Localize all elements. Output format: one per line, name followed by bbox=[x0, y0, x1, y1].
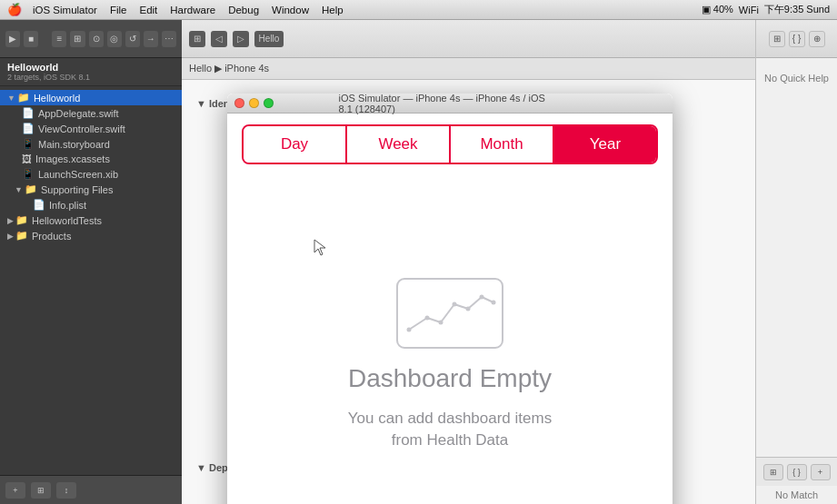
editor-toolbar-btn-2[interactable]: ◁ bbox=[211, 31, 227, 47]
menu-file[interactable]: File bbox=[110, 5, 127, 15]
maximize-button[interactable] bbox=[264, 98, 274, 108]
tree-item-main-storyboard[interactable]: 📱 Main.storyboard bbox=[0, 136, 182, 152]
tree-item-label: Helloworld bbox=[34, 93, 80, 104]
xib-icon: 📱 bbox=[22, 168, 35, 180]
seg-btn-month[interactable]: Month bbox=[449, 126, 553, 163]
folder-icon: 📁 bbox=[15, 214, 28, 226]
jump-bar[interactable]: Hello bbox=[254, 31, 284, 47]
svg-point-1 bbox=[407, 328, 412, 332]
inspector-btn-3[interactable]: ⊕ bbox=[809, 31, 825, 47]
file-icon: 📄 bbox=[22, 107, 35, 119]
segmented-control: Day Week Month Year bbox=[242, 124, 658, 164]
right-panel-toolbar: ⊞ { } ⊕ bbox=[756, 20, 837, 58]
tree-item-label: Info.plist bbox=[49, 200, 86, 211]
toolbar-btn-4[interactable]: ◎ bbox=[107, 31, 122, 47]
center-area: ⊞ ◁ ▷ Hello Hello ▶ iPhone 4s ▼ Identity bbox=[182, 20, 755, 504]
add-file-button[interactable]: + bbox=[5, 482, 25, 499]
time-display: 下午9:35 Sund bbox=[764, 3, 830, 16]
toolbar-btn-3[interactable]: ⊙ bbox=[89, 31, 104, 47]
editor-toolbar-btn-3[interactable]: ▷ bbox=[233, 31, 249, 47]
svg-point-4 bbox=[453, 302, 457, 307]
menu-edit[interactable]: Edit bbox=[139, 5, 157, 15]
left-sidebar: ▶ ■ ≡ ⊞ ⊙ ◎ ↺ → ⋯ Helloworld 2 targets, … bbox=[0, 20, 182, 504]
tree-item-label: HelloworldTests bbox=[32, 215, 102, 226]
center-content: ▼ Identity iOS Simulator — iPhone 4s — i… bbox=[182, 80, 755, 504]
dashboard-empty-subtitle: You can add dashboard itemsfrom Health D… bbox=[348, 408, 552, 451]
seg-btn-day[interactable]: Day bbox=[244, 126, 345, 163]
minimize-button[interactable] bbox=[249, 98, 259, 108]
tree-item-label: Supporting Files bbox=[41, 184, 114, 195]
sidebar-bottom-toolbar: + ⊞ ↕ bbox=[0, 475, 182, 504]
run-button[interactable]: ▶ bbox=[5, 31, 20, 47]
tree-item-helloworldtests[interactable]: ▶ 📁 HelloworldTests bbox=[0, 212, 182, 228]
right-bottom-btn-2[interactable]: { } bbox=[787, 464, 807, 480]
inspector-btn-1[interactable]: ⊞ bbox=[769, 31, 785, 47]
svg-point-6 bbox=[480, 295, 484, 300]
menu-ios-simulator[interactable]: iOS Simulator bbox=[33, 5, 97, 15]
inspector-btn-2[interactable]: { } bbox=[789, 31, 805, 47]
folder-icon: 📁 bbox=[17, 92, 30, 104]
arrow-icon: ▼ bbox=[15, 185, 23, 194]
arrow-icon: ▼ bbox=[7, 94, 15, 103]
stop-button[interactable]: ■ bbox=[24, 31, 38, 47]
right-panel-content: No Quick Help bbox=[756, 58, 837, 457]
simulator-window: iOS Simulator — iPhone 4s — iPhone 4s / … bbox=[227, 94, 673, 504]
project-targets: 2 targets, iOS SDK 8.1 bbox=[7, 73, 174, 82]
sort-button[interactable]: ↕ bbox=[56, 482, 76, 499]
toolbar-btn-2[interactable]: ⊞ bbox=[70, 31, 85, 47]
svg-point-7 bbox=[492, 301, 496, 305]
center-toolbar: ⊞ ◁ ▷ Hello bbox=[182, 20, 755, 58]
assets-icon: 🖼 bbox=[22, 153, 32, 164]
dashboard-empty: Dashboard Empty You can add dashboard it… bbox=[227, 172, 673, 504]
tree-item-products[interactable]: ▶ 📁 Products bbox=[0, 228, 182, 243]
svg-point-5 bbox=[466, 307, 471, 311]
window-controls bbox=[234, 98, 274, 108]
tree-item-supporting[interactable]: ▼ 📁 Supporting Files bbox=[0, 182, 182, 197]
close-button[interactable] bbox=[234, 98, 244, 108]
toolbar-btn-7[interactable]: ⋯ bbox=[162, 31, 176, 47]
tree-item-viewcontroller[interactable]: 📄 ViewController.swift bbox=[0, 121, 182, 136]
dashboard-empty-title: Dashboard Empty bbox=[348, 364, 552, 393]
right-panel: ⊞ { } ⊕ No Quick Help ⊞ { } + No Match bbox=[755, 20, 837, 504]
seg-btn-week[interactable]: Week bbox=[345, 126, 449, 163]
apple-menu[interactable]: 🍎 bbox=[7, 3, 22, 16]
menu-window[interactable]: Window bbox=[272, 5, 309, 15]
arrow-icon: ▶ bbox=[7, 232, 14, 241]
right-bottom-btn-3[interactable]: + bbox=[811, 464, 831, 480]
folder-icon: 📁 bbox=[25, 183, 37, 195]
tree-item-helloworld[interactable]: ▼ 📁 Helloworld bbox=[0, 90, 182, 105]
simulator-titlebar: iOS Simulator — iPhone 4s — iPhone 4s / … bbox=[227, 94, 673, 114]
tree-item-label: Images.xcassets bbox=[35, 153, 110, 164]
seg-btn-year[interactable]: Year bbox=[553, 126, 656, 163]
tree-item-images[interactable]: 🖼 Images.xcassets bbox=[0, 152, 182, 166]
sidebar-tree: ▼ 📁 Helloworld 📄 AppDelegate.swift 📄 Vie… bbox=[0, 86, 182, 475]
no-quick-help-label: No Quick Help bbox=[763, 73, 830, 84]
file-icon: 📄 bbox=[22, 123, 35, 134]
toolbar-btn-5[interactable]: ↺ bbox=[125, 31, 140, 47]
menu-hardware[interactable]: Hardware bbox=[170, 5, 215, 15]
breadcrumb: Hello ▶ iPhone 4s bbox=[182, 58, 755, 80]
tree-item-label: ViewController.swift bbox=[38, 124, 125, 134]
project-name: Helloworld bbox=[7, 62, 174, 73]
wifi-icon: WiFi bbox=[739, 5, 759, 15]
menu-debug[interactable]: Debug bbox=[228, 5, 259, 15]
svg-rect-0 bbox=[397, 279, 503, 348]
no-match-label: No Match bbox=[756, 486, 837, 504]
simulator-title: iOS Simulator — iPhone 4s — iPhone 4s / … bbox=[339, 94, 562, 114]
tree-item-label: LaunchScreen.xib bbox=[38, 169, 118, 180]
sidebar-project-header: Helloworld 2 targets, iOS SDK 8.1 bbox=[0, 58, 182, 86]
toolbar-btn-6[interactable]: → bbox=[144, 31, 158, 47]
tree-item-appdelegate[interactable]: 📄 AppDelegate.swift bbox=[0, 105, 182, 121]
toolbar-btn-1[interactable]: ≡ bbox=[52, 31, 66, 47]
tree-item-launchscreen[interactable]: 📱 LaunchScreen.xib bbox=[0, 166, 182, 182]
arrow-icon: ▶ bbox=[7, 216, 14, 225]
storyboard-icon: 📱 bbox=[22, 138, 35, 150]
battery-icon: ▣ 40% bbox=[702, 4, 733, 15]
sidebar-toolbar: ▶ ■ ≡ ⊞ ⊙ ◎ ↺ → ⋯ bbox=[0, 20, 182, 58]
folder-icon: 📁 bbox=[15, 230, 28, 242]
filter-button[interactable]: ⊞ bbox=[31, 482, 51, 499]
editor-toolbar-btn-1[interactable]: ⊞ bbox=[189, 31, 205, 47]
tree-item-infoplist[interactable]: 📄 Info.plist bbox=[0, 197, 182, 212]
menu-help[interactable]: Help bbox=[322, 5, 344, 15]
svg-point-2 bbox=[425, 316, 430, 321]
